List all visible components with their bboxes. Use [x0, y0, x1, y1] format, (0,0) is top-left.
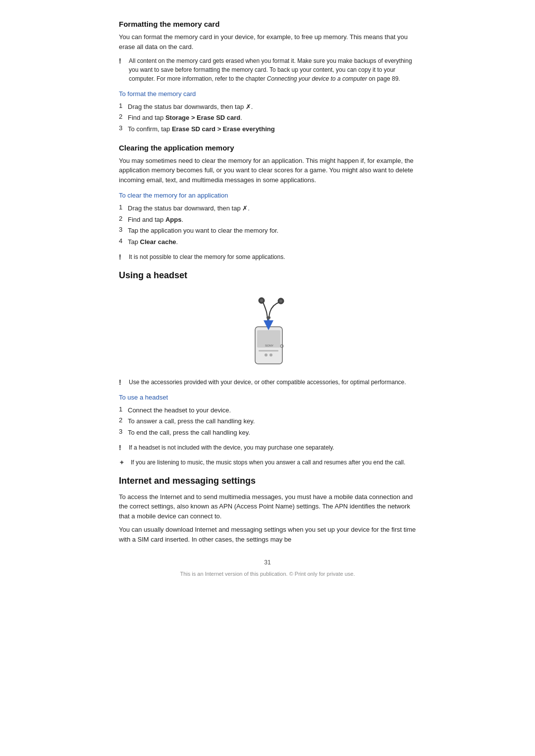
warning-icon: ! [119, 57, 125, 65]
clearing-warning-text: It is not possible to clear the memory f… [129, 252, 285, 261]
formatting-warning-text: All content on the memory card gets eras… [129, 56, 416, 83]
svg-point-3 [265, 353, 268, 356]
page-content: Formatting the memory card You can forma… [89, 0, 446, 606]
svg-point-10 [260, 299, 263, 302]
headset-illustration: SONY [223, 290, 312, 369]
warning-icon-3: ! [119, 378, 125, 386]
svg-point-8 [279, 300, 282, 302]
tip-icon: ✦ [119, 458, 127, 466]
headset-tip-text: If you are listening to music, the music… [131, 458, 405, 467]
formatting-intro: You can format the memory card in your d… [119, 32, 416, 51]
warning-icon-4: ! [119, 444, 125, 452]
headset-warning-text: Use the accessories provided with your d… [129, 378, 406, 387]
connecting-italic: Connecting your device to a computer [267, 75, 367, 82]
clear-step-1: 1 Drag the status bar downward, then tap… [119, 203, 416, 214]
internet-para2: You can usually download Internet and me… [119, 525, 416, 544]
clear-subsection-title: To clear the memory for an application [119, 191, 416, 201]
page-number: 31 [119, 559, 416, 566]
headset-title: Using a headset [119, 270, 416, 281]
formatting-title: Formatting the memory card [119, 20, 416, 28]
format-step-2: 2 Find and tap Storage > Erase SD card. [119, 113, 416, 123]
clear-step-4: 4 Tap Clear cache. [119, 237, 416, 248]
internet-title: Internet and messaging settings [119, 476, 416, 486]
formatting-warning-block: ! All content on the memory card gets er… [119, 56, 416, 83]
headset-step-1: 1 Connect the headset to your device. [119, 405, 416, 416]
clearing-section: Clearing the application memory You may … [119, 144, 416, 261]
svg-text:SONY: SONY [265, 344, 273, 347]
headset-subsection-title: To use a headset [119, 393, 416, 403]
footer-text: This is an Internet version of this publ… [119, 571, 416, 577]
headset-step-2: 2 To answer a call, press the call handl… [119, 416, 416, 427]
clearing-title: Clearing the application memory [119, 144, 416, 152]
svg-rect-12 [267, 316, 270, 319]
format-step-1: 1 Drag the status bar downwards, then ta… [119, 102, 416, 112]
format-step-3: 3 To confirm, tap Erase SD card > Erase … [119, 124, 416, 135]
warning-icon-2: ! [119, 253, 125, 261]
internet-para1: To access the Internet and to send multi… [119, 492, 416, 521]
headset-warning-block: ! Use the accessories provided with your… [119, 378, 416, 387]
format-subsection-title: To format the memory card [119, 89, 416, 99]
svg-point-4 [269, 353, 272, 356]
formatting-section: Formatting the memory card You can forma… [119, 20, 416, 135]
headset-section: Using a headset SONY [119, 270, 416, 467]
headset-tip-block: ✦ If you are listening to music, the mus… [119, 458, 416, 467]
internet-section: Internet and messaging settings To acces… [119, 476, 416, 545]
headset-warning-text-2: If a headset is not included with the de… [129, 443, 334, 452]
clearing-warning-block: ! It is not possible to clear the memory… [119, 252, 416, 261]
svg-rect-2 [259, 350, 278, 352]
clear-step-3: 3 Tap the application you want to clear … [119, 226, 416, 236]
headset-warning-block-2: ! If a headset is not included with the … [119, 443, 416, 452]
clear-step-2: 2 Find and tap Apps. [119, 215, 416, 225]
headset-step-3: 3 To end the call, press the call handli… [119, 428, 416, 438]
headset-image: SONY [119, 290, 416, 369]
clearing-intro: You may sometimes need to clear the memo… [119, 156, 416, 185]
